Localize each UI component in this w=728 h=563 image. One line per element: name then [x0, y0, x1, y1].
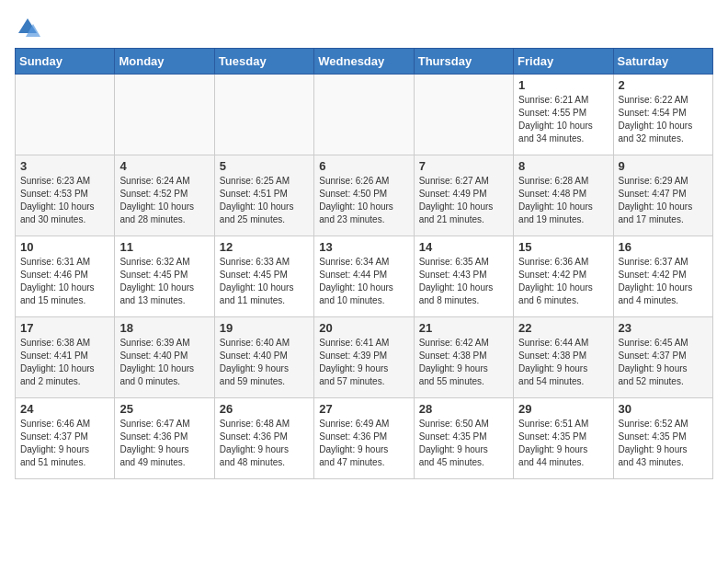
day-cell: 9Sunrise: 6:29 AM Sunset: 4:47 PM Daylig…	[613, 155, 712, 236]
day-cell	[214, 75, 313, 155]
day-number: 23	[619, 321, 708, 335]
day-number: 25	[119, 402, 209, 416]
day-number: 14	[419, 240, 508, 254]
day-number: 4	[119, 159, 209, 173]
header-friday: Friday	[514, 49, 613, 75]
day-number: 5	[220, 159, 309, 173]
day-cell: 27Sunrise: 6:49 AM Sunset: 4:36 PM Dayli…	[314, 398, 414, 479]
day-number: 21	[419, 321, 508, 335]
header-sunday: Sunday	[16, 49, 115, 75]
day-cell: 14Sunrise: 6:35 AM Sunset: 4:43 PM Dayli…	[414, 236, 513, 317]
day-info: Sunrise: 6:36 AM Sunset: 4:42 PM Dayligh…	[518, 256, 608, 307]
day-cell: 15Sunrise: 6:36 AM Sunset: 4:42 PM Dayli…	[514, 236, 613, 317]
day-number: 16	[619, 240, 708, 254]
day-info: Sunrise: 6:38 AM Sunset: 4:41 PM Dayligh…	[20, 337, 109, 388]
day-number: 19	[220, 321, 309, 335]
header-tuesday: Tuesday	[214, 49, 313, 75]
day-cell: 5Sunrise: 6:25 AM Sunset: 4:51 PM Daylig…	[214, 155, 313, 236]
day-info: Sunrise: 6:48 AM Sunset: 4:36 PM Dayligh…	[220, 418, 309, 469]
day-cell: 17Sunrise: 6:38 AM Sunset: 4:41 PM Dayli…	[16, 317, 115, 398]
day-number: 17	[20, 321, 109, 335]
day-number: 8	[518, 159, 608, 173]
day-cell: 19Sunrise: 6:40 AM Sunset: 4:40 PM Dayli…	[214, 317, 313, 398]
header-saturday: Saturday	[613, 49, 712, 75]
day-cell: 16Sunrise: 6:37 AM Sunset: 4:42 PM Dayli…	[613, 236, 712, 317]
day-cell: 1Sunrise: 6:21 AM Sunset: 4:55 PM Daylig…	[514, 75, 613, 155]
day-cell: 28Sunrise: 6:50 AM Sunset: 4:35 PM Dayli…	[414, 398, 513, 479]
day-info: Sunrise: 6:24 AM Sunset: 4:52 PM Dayligh…	[119, 175, 209, 226]
day-info: Sunrise: 6:46 AM Sunset: 4:37 PM Dayligh…	[20, 418, 109, 469]
logo	[15, 15, 44, 40]
day-info: Sunrise: 6:50 AM Sunset: 4:35 PM Dayligh…	[419, 418, 508, 469]
header-wednesday: Wednesday	[314, 49, 414, 75]
day-info: Sunrise: 6:32 AM Sunset: 4:45 PM Dayligh…	[119, 256, 209, 307]
day-cell	[16, 75, 115, 155]
day-cell: 20Sunrise: 6:41 AM Sunset: 4:39 PM Dayli…	[314, 317, 414, 398]
day-info: Sunrise: 6:34 AM Sunset: 4:44 PM Dayligh…	[319, 256, 408, 307]
logo-icon	[15, 15, 40, 40]
day-number: 12	[220, 240, 309, 254]
day-number: 18	[119, 321, 209, 335]
day-info: Sunrise: 6:33 AM Sunset: 4:45 PM Dayligh…	[220, 256, 309, 307]
day-cell: 25Sunrise: 6:47 AM Sunset: 4:36 PM Dayli…	[115, 398, 214, 479]
day-cell	[115, 75, 214, 155]
day-number: 30	[619, 402, 708, 416]
day-cell	[414, 75, 513, 155]
header	[15, 15, 713, 40]
day-info: Sunrise: 6:41 AM Sunset: 4:39 PM Dayligh…	[319, 337, 408, 388]
day-number: 7	[419, 159, 508, 173]
day-cell: 3Sunrise: 6:23 AM Sunset: 4:53 PM Daylig…	[16, 155, 115, 236]
calendar-header-row: SundayMondayTuesdayWednesdayThursdayFrid…	[16, 49, 713, 75]
day-info: Sunrise: 6:26 AM Sunset: 4:50 PM Dayligh…	[319, 175, 408, 226]
day-number: 6	[319, 159, 408, 173]
day-number: 11	[119, 240, 209, 254]
day-cell: 11Sunrise: 6:32 AM Sunset: 4:45 PM Dayli…	[115, 236, 214, 317]
day-info: Sunrise: 6:22 AM Sunset: 4:54 PM Dayligh…	[619, 94, 708, 145]
day-cell	[314, 75, 414, 155]
day-info: Sunrise: 6:25 AM Sunset: 4:51 PM Dayligh…	[220, 175, 309, 226]
day-number: 26	[220, 402, 309, 416]
day-info: Sunrise: 6:40 AM Sunset: 4:40 PM Dayligh…	[220, 337, 309, 388]
day-number: 10	[20, 240, 109, 254]
day-info: Sunrise: 6:42 AM Sunset: 4:38 PM Dayligh…	[419, 337, 508, 388]
day-info: Sunrise: 6:27 AM Sunset: 4:49 PM Dayligh…	[419, 175, 508, 226]
day-cell: 6Sunrise: 6:26 AM Sunset: 4:50 PM Daylig…	[314, 155, 414, 236]
day-cell: 30Sunrise: 6:52 AM Sunset: 4:35 PM Dayli…	[613, 398, 712, 479]
day-cell: 29Sunrise: 6:51 AM Sunset: 4:35 PM Dayli…	[514, 398, 613, 479]
day-number: 13	[319, 240, 408, 254]
day-number: 9	[619, 159, 708, 173]
day-info: Sunrise: 6:21 AM Sunset: 4:55 PM Dayligh…	[518, 94, 608, 145]
header-monday: Monday	[115, 49, 214, 75]
day-cell: 10Sunrise: 6:31 AM Sunset: 4:46 PM Dayli…	[16, 236, 115, 317]
day-info: Sunrise: 6:47 AM Sunset: 4:36 PM Dayligh…	[119, 418, 209, 469]
day-number: 22	[518, 321, 608, 335]
week-row-1: 1Sunrise: 6:21 AM Sunset: 4:55 PM Daylig…	[16, 75, 713, 155]
day-cell: 13Sunrise: 6:34 AM Sunset: 4:44 PM Dayli…	[314, 236, 414, 317]
day-info: Sunrise: 6:23 AM Sunset: 4:53 PM Dayligh…	[20, 175, 109, 226]
day-info: Sunrise: 6:28 AM Sunset: 4:48 PM Dayligh…	[518, 175, 608, 226]
day-cell: 12Sunrise: 6:33 AM Sunset: 4:45 PM Dayli…	[214, 236, 313, 317]
day-number: 2	[619, 78, 708, 92]
day-cell: 23Sunrise: 6:45 AM Sunset: 4:37 PM Dayli…	[613, 317, 712, 398]
day-number: 27	[319, 402, 408, 416]
day-info: Sunrise: 6:49 AM Sunset: 4:36 PM Dayligh…	[319, 418, 408, 469]
calendar-table: SundayMondayTuesdayWednesdayThursdayFrid…	[15, 48, 713, 479]
day-number: 24	[20, 402, 109, 416]
day-info: Sunrise: 6:45 AM Sunset: 4:37 PM Dayligh…	[619, 337, 708, 388]
day-info: Sunrise: 6:39 AM Sunset: 4:40 PM Dayligh…	[119, 337, 209, 388]
day-cell: 2Sunrise: 6:22 AM Sunset: 4:54 PM Daylig…	[613, 75, 712, 155]
day-info: Sunrise: 6:29 AM Sunset: 4:47 PM Dayligh…	[619, 175, 708, 226]
day-cell: 8Sunrise: 6:28 AM Sunset: 4:48 PM Daylig…	[514, 155, 613, 236]
day-number: 1	[518, 78, 608, 92]
day-info: Sunrise: 6:52 AM Sunset: 4:35 PM Dayligh…	[619, 418, 708, 469]
day-cell: 18Sunrise: 6:39 AM Sunset: 4:40 PM Dayli…	[115, 317, 214, 398]
day-info: Sunrise: 6:35 AM Sunset: 4:43 PM Dayligh…	[419, 256, 508, 307]
day-number: 20	[319, 321, 408, 335]
header-thursday: Thursday	[414, 49, 513, 75]
week-row-4: 17Sunrise: 6:38 AM Sunset: 4:41 PM Dayli…	[16, 317, 713, 398]
day-number: 3	[20, 159, 109, 173]
day-info: Sunrise: 6:44 AM Sunset: 4:38 PM Dayligh…	[518, 337, 608, 388]
day-number: 15	[518, 240, 608, 254]
day-info: Sunrise: 6:51 AM Sunset: 4:35 PM Dayligh…	[518, 418, 608, 469]
week-row-3: 10Sunrise: 6:31 AM Sunset: 4:46 PM Dayli…	[16, 236, 713, 317]
